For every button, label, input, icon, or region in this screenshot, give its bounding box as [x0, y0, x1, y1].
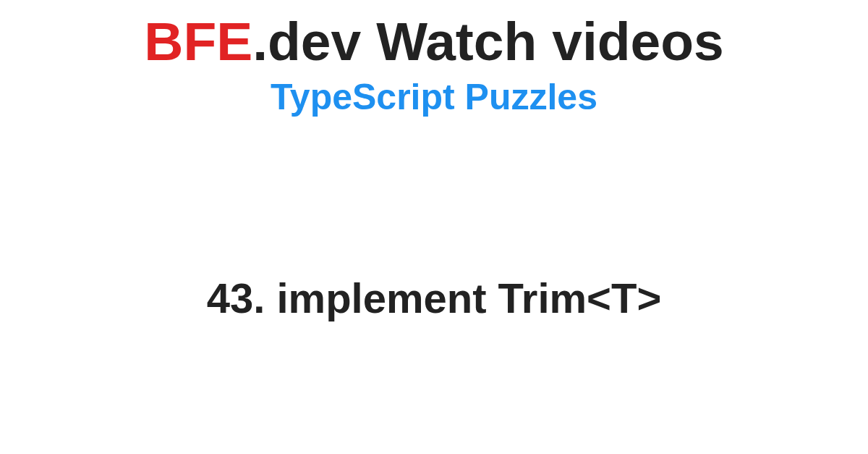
site-header: BFE.dev Watch videos: [144, 13, 724, 70]
brand-red-part: BFE: [144, 11, 252, 72]
problem-title: 43. implement Trim<T>: [207, 274, 662, 322]
brand-rest-part: .dev Watch videos: [252, 11, 724, 72]
category-subtitle: TypeScript Puzzles: [271, 76, 597, 118]
